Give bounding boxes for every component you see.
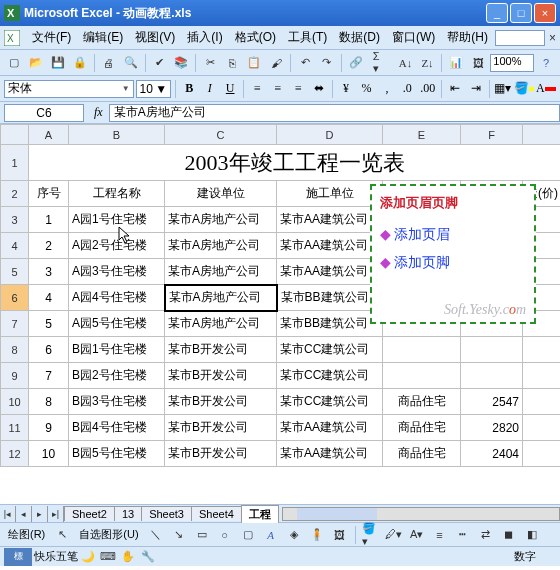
col-header-b[interactable]: B <box>69 125 165 145</box>
paste-icon[interactable]: 📋 <box>244 53 264 73</box>
close-button[interactable]: × <box>534 3 556 23</box>
name-box[interactable]: C6 <box>4 104 84 122</box>
print-icon[interactable]: 🖨 <box>99 53 119 73</box>
tab-last-icon[interactable]: ▸| <box>48 506 64 522</box>
zoom-field[interactable]: 100% <box>490 54 534 72</box>
new-icon[interactable]: ▢ <box>4 53 24 73</box>
underline-button[interactable]: U <box>221 79 239 99</box>
cell[interactable]: 8 <box>29 389 69 415</box>
open-icon[interactable]: 📂 <box>26 53 46 73</box>
ime-hand-icon[interactable]: ✋ <box>118 547 138 567</box>
fx-icon[interactable]: fx <box>94 105 103 120</box>
font-name-box[interactable]: 宋体▼ <box>4 80 134 98</box>
sheet-tab[interactable]: 13 <box>114 506 142 521</box>
clipart-icon[interactable]: 🧍 <box>307 525 327 545</box>
line-style-icon[interactable]: ≡ <box>430 525 450 545</box>
cell[interactable]: 某市AA建筑公司 <box>277 441 383 467</box>
sort-desc-icon[interactable]: Z↓ <box>418 53 438 73</box>
row-header[interactable]: 9 <box>1 363 29 389</box>
cell[interactable]: 某市B开发公司 <box>165 389 277 415</box>
col-header-overflow[interactable] <box>523 125 561 145</box>
cell[interactable]: 6 <box>29 337 69 363</box>
diagram-icon[interactable]: ◈ <box>284 525 304 545</box>
font-size-box[interactable]: 10▼ <box>136 80 172 98</box>
cell[interactable]: 某市B开发公司 <box>165 363 277 389</box>
workbook-icon[interactable]: X <box>4 30 20 46</box>
cell[interactable]: 某市B开发公司 <box>165 441 277 467</box>
select-objects-icon[interactable]: ↖ <box>52 525 72 545</box>
cell[interactable] <box>523 415 561 441</box>
tab-first-icon[interactable]: |◂ <box>0 506 16 522</box>
redo-icon[interactable]: ↷ <box>317 53 337 73</box>
row-header[interactable]: 12 <box>1 441 29 467</box>
horizontal-scrollbar[interactable] <box>282 507 560 521</box>
chart-icon[interactable]: 📊 <box>446 53 466 73</box>
oval-icon[interactable]: ○ <box>215 525 235 545</box>
row-header[interactable]: 8 <box>1 337 29 363</box>
cell[interactable]: 某市AA建筑公司 <box>277 415 383 441</box>
cell[interactable] <box>523 363 561 389</box>
increase-decimal-icon[interactable]: .0 <box>398 79 416 99</box>
align-center-icon[interactable]: ≡ <box>269 79 287 99</box>
row-header[interactable]: 3 <box>1 207 29 233</box>
minimize-button[interactable]: _ <box>486 3 508 23</box>
tab-next-icon[interactable]: ▸ <box>32 506 48 522</box>
merge-icon[interactable]: ⬌ <box>310 79 328 99</box>
cell[interactable]: B园1号住宅楼 <box>69 337 165 363</box>
menu-window[interactable]: 窗口(W) <box>386 27 441 48</box>
copy-icon[interactable]: ⎘ <box>222 53 242 73</box>
ime-icon[interactable]: 標 <box>4 548 32 566</box>
cell[interactable]: 2547 <box>461 389 523 415</box>
arrow-icon[interactable]: ↘ <box>169 525 189 545</box>
cell[interactable]: A园3号住宅楼 <box>69 259 165 285</box>
3d-icon[interactable]: ◧ <box>522 525 542 545</box>
dash-style-icon[interactable]: ┅ <box>453 525 473 545</box>
font-color-draw-icon[interactable]: A▾ <box>407 525 427 545</box>
cell[interactable]: 2820 <box>461 415 523 441</box>
picture-icon[interactable]: 🖼 <box>330 525 350 545</box>
menu-format[interactable]: 格式(O) <box>229 27 282 48</box>
help-icon[interactable]: ? <box>536 53 556 73</box>
formula-bar[interactable]: 某市A房地产公司 <box>109 104 560 122</box>
fill-color-draw-icon[interactable]: 🪣▾ <box>361 525 381 545</box>
cell[interactable]: B园5号住宅楼 <box>69 441 165 467</box>
cell[interactable] <box>383 363 461 389</box>
cell[interactable]: 某市B开发公司 <box>165 337 277 363</box>
menu-edit[interactable]: 编辑(E) <box>77 27 129 48</box>
cell[interactable]: 某市BB建筑公司 <box>277 311 383 337</box>
cell[interactable]: 某市B开发公司 <box>165 415 277 441</box>
cell[interactable] <box>461 363 523 389</box>
cell[interactable]: 某市BB建筑公司 <box>277 285 383 311</box>
ime-keyboard-icon[interactable]: ⌨ <box>98 547 118 567</box>
help-search-box[interactable] <box>495 30 545 46</box>
comma-icon[interactable]: , <box>378 79 396 99</box>
doc-close-icon[interactable]: × <box>549 31 556 45</box>
cell[interactable]: 3 <box>29 259 69 285</box>
popup-add-header[interactable]: 添加页眉 <box>380 226 526 244</box>
cell[interactable] <box>523 337 561 363</box>
cell[interactable]: 某市AA建筑公司 <box>277 207 383 233</box>
col-header-d[interactable]: D <box>277 125 383 145</box>
sheet-tab-active[interactable]: 工程 <box>241 505 279 523</box>
cell[interactable]: 2 <box>29 233 69 259</box>
popup-add-footer[interactable]: 添加页脚 <box>380 254 526 272</box>
cell[interactable]: 5 <box>29 311 69 337</box>
cell[interactable]: 4 <box>29 285 69 311</box>
menu-file[interactable]: 文件(F) <box>26 27 77 48</box>
line-icon[interactable]: ＼ <box>146 525 166 545</box>
row-header[interactable]: 5 <box>1 259 29 285</box>
decrease-decimal-icon[interactable]: .00 <box>419 79 437 99</box>
increase-indent-icon[interactable]: ⇥ <box>466 79 484 99</box>
sheet-tab[interactable]: Sheet2 <box>64 506 115 521</box>
draw-menu[interactable]: 绘图(R) <box>4 527 49 542</box>
save-icon[interactable]: 💾 <box>48 53 68 73</box>
autoshapes-menu[interactable]: 自选图形(U) <box>75 527 142 542</box>
cell[interactable] <box>523 389 561 415</box>
format-painter-icon[interactable]: 🖌 <box>266 53 286 73</box>
row-header[interactable]: 1 <box>1 145 29 181</box>
cell[interactable]: 1 <box>29 207 69 233</box>
align-right-icon[interactable]: ≡ <box>289 79 307 99</box>
arrow-style-icon[interactable]: ⇄ <box>476 525 496 545</box>
cell[interactable] <box>523 441 561 467</box>
cell[interactable]: 商品住宅 <box>383 389 461 415</box>
